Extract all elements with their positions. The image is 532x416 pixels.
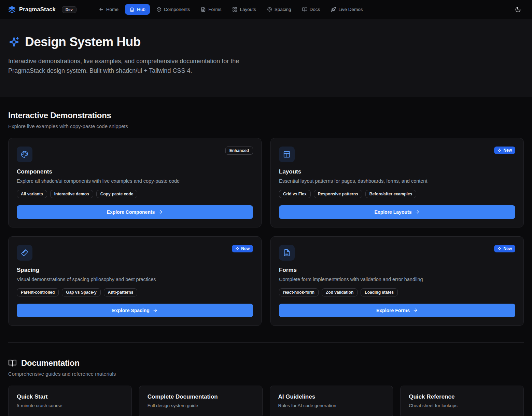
moon-icon — [515, 6, 521, 13]
feature-tag: Parent-controlled — [17, 288, 59, 296]
sparkles-icon — [8, 36, 20, 48]
demo-card-components: Enhanced Components Explore all shadcn/u… — [8, 138, 262, 227]
button-label: Explore Forms — [376, 308, 410, 313]
arrow-right-icon — [158, 209, 163, 214]
card-title: Spacing — [17, 267, 253, 274]
feature-tag: Anti-patterns — [104, 288, 138, 296]
new-badge: New — [494, 245, 515, 252]
feature-tag: Loading states — [361, 288, 398, 296]
doc-card-description: Rules for AI code generation — [278, 403, 385, 408]
box-icon — [156, 7, 162, 12]
spacing-icon — [267, 7, 272, 12]
card-description: Essential layout patterns for pages, das… — [279, 178, 515, 184]
nav-label: Components — [164, 7, 190, 12]
nav-label: Spacing — [275, 7, 291, 12]
env-badge: Dev — [62, 6, 76, 13]
interactive-demos-section: Interactive Demonstrations Explore live … — [8, 97, 524, 326]
nav-label: Home — [106, 7, 118, 12]
explore-forms-button[interactable]: Explore Forms — [279, 304, 515, 317]
button-label: Explore Components — [107, 209, 155, 215]
brand[interactable]: PragmaStack Dev — [8, 6, 76, 13]
layout-grid-icon — [232, 7, 237, 12]
rocket-icon — [331, 7, 336, 12]
new-badge: New — [494, 147, 515, 154]
new-badge: New — [232, 245, 253, 252]
ruler-icon — [17, 245, 32, 261]
demo-card-grid: Enhanced Components Explore all shadcn/u… — [8, 138, 524, 326]
card-description: Complete form implementations with valid… — [279, 277, 515, 282]
doc-card-quick-reference[interactable]: Quick Reference Cheat sheet for lookups — [400, 386, 524, 416]
nav-item-home[interactable]: Home — [94, 4, 123, 15]
explore-spacing-button[interactable]: Explore Spacing — [17, 304, 253, 317]
nav-label: Hub — [137, 7, 145, 12]
main-nav: Home Hub Components Forms Layouts Spacin… — [94, 4, 367, 15]
documentation-section: Documentation Comprehensive guides and r… — [8, 343, 524, 416]
explore-layouts-button[interactable]: Explore Layouts — [279, 205, 515, 219]
page-subtitle: Interactive demonstrations, live example… — [8, 57, 261, 76]
doc-card-title: Complete Documentation — [148, 393, 254, 400]
doc-card-ai-guidelines[interactable]: AI Guidelines Rules for AI code generati… — [270, 386, 393, 416]
demo-card-forms: New Forms Complete form implementations … — [270, 236, 524, 326]
button-label: Explore Layouts — [375, 209, 412, 215]
demos-heading: Interactive Demonstrations — [8, 111, 524, 120]
doc-card-description: Full design system guide — [148, 403, 254, 408]
hero-section: Design System Hub Interactive demonstrat… — [0, 19, 532, 97]
nav-item-docs[interactable]: Docs — [298, 4, 325, 15]
feature-tag: All variants — [17, 190, 47, 198]
card-description: Explore all shadcn/ui components with li… — [17, 178, 253, 184]
nav-item-layouts[interactable]: Layouts — [228, 4, 260, 15]
sparkles-icon — [498, 247, 502, 251]
layers-logo-icon — [8, 6, 16, 13]
sparkles-icon — [498, 148, 502, 152]
nav-item-live-demos[interactable]: Live Demos — [326, 4, 367, 15]
arrow-right-icon — [153, 308, 158, 313]
demo-card-spacing: New Spacing Visual demonstrations of spa… — [8, 236, 262, 326]
feature-tag: Interactive demos — [50, 190, 93, 198]
feature-tag: Copy-paste code — [96, 190, 138, 198]
nav-label: Docs — [310, 7, 320, 12]
docs-subheading: Comprehensive guides and reference mater… — [8, 371, 524, 377]
badge-label: New — [503, 148, 512, 153]
theme-toggle-button[interactable] — [512, 4, 524, 15]
sparkles-icon — [235, 247, 239, 251]
nav-label: Layouts — [240, 7, 256, 12]
layout-panels-icon — [279, 147, 295, 162]
card-title: Layouts — [279, 168, 515, 175]
feature-tag: Before/after examples — [365, 190, 416, 198]
badge-label: New — [241, 246, 250, 251]
badge-label: New — [503, 246, 512, 251]
doc-card-quick-start[interactable]: Quick Start 5-minute crash course — [8, 386, 132, 416]
docs-heading: Documentation — [21, 358, 80, 368]
docs-card-grid: Quick Start 5-minute crash course Comple… — [8, 386, 524, 416]
arrow-left-icon — [99, 7, 104, 12]
explore-components-button[interactable]: Explore Components — [17, 205, 253, 219]
demo-card-layouts: New Layouts Essential layout patterns fo… — [270, 138, 524, 227]
doc-card-title: AI Guidelines — [278, 393, 385, 400]
card-title: Forms — [279, 267, 515, 274]
file-text-icon — [201, 7, 206, 12]
nav-item-components[interactable]: Components — [152, 4, 195, 15]
nav-item-forms[interactable]: Forms — [196, 4, 226, 15]
card-title: Components — [17, 168, 253, 175]
home-icon — [129, 7, 135, 12]
doc-card-title: Quick Reference — [409, 393, 515, 400]
doc-card-description: 5-minute crash course — [17, 403, 123, 408]
nav-label: Live Demos — [338, 7, 363, 12]
button-label: Explore Spacing — [112, 308, 150, 313]
nav-item-hub[interactable]: Hub — [125, 4, 150, 15]
book-open-icon — [8, 359, 17, 367]
top-navbar: PragmaStack Dev Home Hub Components Form… — [0, 0, 532, 19]
doc-card-title: Quick Start — [17, 393, 123, 400]
feature-tag: react-hook-form — [279, 288, 319, 296]
demos-subheading: Explore live examples with copy-paste co… — [8, 123, 524, 129]
main-content: Interactive Demonstrations Explore live … — [0, 97, 532, 416]
nav-item-spacing[interactable]: Spacing — [263, 4, 296, 15]
doc-card-complete-documentation[interactable]: Complete Documentation Full design syste… — [139, 386, 263, 416]
file-text-icon — [279, 245, 295, 261]
card-description: Visual demonstrations of spacing philoso… — [17, 277, 253, 282]
nav-label: Forms — [208, 7, 221, 12]
page-title: Design System Hub — [25, 35, 141, 49]
arrow-right-icon — [415, 209, 420, 214]
book-open-icon — [302, 7, 307, 12]
doc-card-description: Cheat sheet for lookups — [409, 403, 515, 408]
